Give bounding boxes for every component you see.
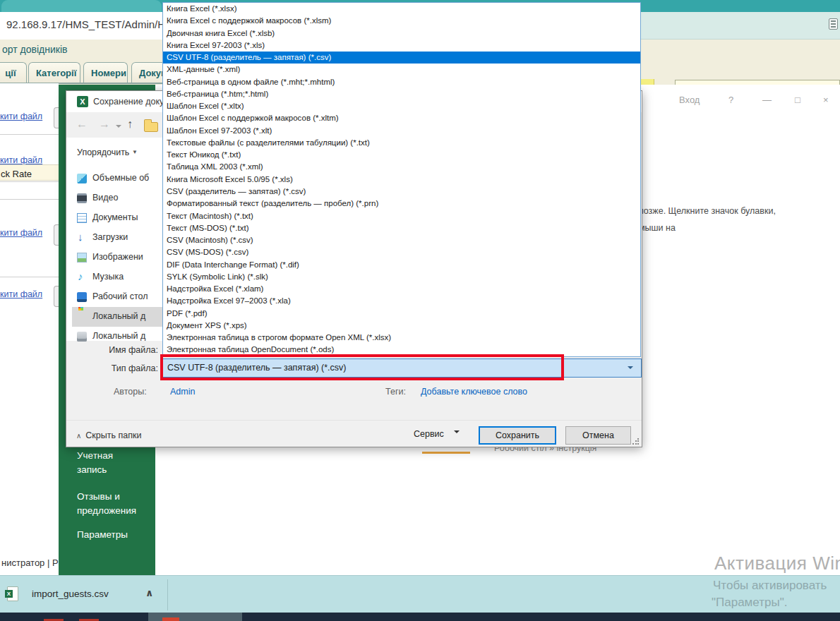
filetype-option[interactable]: DIF (Data Interchange Format) (*.dif): [163, 259, 640, 271]
filetype-option[interactable]: Таблица XML 2003 (*.xml): [163, 161, 640, 173]
filetype-option[interactable]: XML-данные (*.xml): [163, 64, 640, 76]
tools-button[interactable]: Сервис: [414, 429, 460, 439]
filetype-option[interactable]: Текст Юникод (*.txt): [163, 149, 640, 161]
filetype-label: Тип файла:: [93, 363, 158, 373]
filetype-option[interactable]: CSV UTF-8 (разделитель — запятая) (*.csv…: [163, 52, 640, 64]
chevron-down-icon: ▼: [132, 149, 138, 155]
bookmark-icon[interactable]: [829, 18, 838, 30]
chevron-down-icon: [454, 430, 460, 436]
download-bar: import_guests.csv ∧ Чтобы активировать "…: [0, 575, 840, 613]
download-file-link-4[interactable]: кити файл: [0, 289, 42, 299]
authors-label: Авторы:: [114, 387, 147, 397]
maximize-button[interactable]: □: [795, 95, 800, 105]
forward-icon[interactable]: →: [99, 118, 110, 131]
3d-objects-icon: [77, 174, 87, 183]
divider: [0, 181, 59, 182]
tab-documents[interactable]: Докум: [131, 62, 167, 83]
filetype-option[interactable]: Текст (MS-DOS) (*.txt): [163, 222, 640, 234]
browser-tab[interactable]: [1, 0, 162, 12]
sidebar-item-options[interactable]: Параметры: [77, 528, 128, 542]
filetype-option[interactable]: SYLK (Symbolic Link) (*.slk): [163, 271, 640, 283]
filetype-option[interactable]: Текстовые файлы (с разделителями табуляц…: [163, 137, 640, 149]
authors-value[interactable]: Admin: [170, 387, 195, 397]
filetype-option[interactable]: CSV (разделитель — запятая) (*.csv): [163, 186, 640, 198]
filetype-option[interactable]: Надстройка Excel 97–2003 (*.xla): [163, 295, 640, 307]
filetype-option[interactable]: Веб-страница (*.htm;*.html): [163, 88, 640, 100]
up-icon[interactable]: ↑: [127, 118, 133, 131]
filetype-option[interactable]: Книга Excel с поддержкой макросов (*.xls…: [163, 15, 640, 27]
page-left-column: кити файл кити файл ck Rate кити файл ки…: [0, 83, 59, 575]
save-button[interactable]: Сохранить: [479, 426, 556, 445]
dialog-nav-item[interactable]: Музыка: [72, 267, 163, 287]
sidebar-item-account[interactable]: Учетная запись: [77, 449, 113, 477]
filetype-option[interactable]: Текст (Macintosh) (*.txt): [163, 210, 640, 222]
admin-footer-text: нистратор | Р: [1, 557, 59, 568]
filetype-option[interactable]: Форматированный текст (разделитель — про…: [163, 198, 640, 210]
download-file-link-2[interactable]: кити файл: [0, 155, 42, 165]
minimize-button[interactable]: —: [762, 95, 772, 105]
cancel-button[interactable]: Отмена: [565, 426, 631, 445]
filetype-option[interactable]: Веб-страница в одном файле (*.mht;*.mhtm…: [163, 76, 640, 88]
divider: [167, 579, 168, 610]
history-dropdown-icon[interactable]: [116, 125, 121, 131]
dialog-nav-item[interactable]: Рабочий стол: [72, 287, 163, 307]
sign-in-button[interactable]: Вход: [679, 95, 700, 105]
filetype-option[interactable]: Книга Excel (*.xlsx): [163, 3, 640, 15]
url-text: 92.168.9.17/HMS_TEST/Admin/Ho: [6, 18, 171, 30]
dialog-nav-item[interactable]: Загрузки: [72, 228, 163, 248]
button-fragment[interactable]: [54, 107, 59, 128]
filetype-option[interactable]: Шаблон Excel 97-2003 (*.xlt): [163, 125, 640, 137]
dialog-nav-item[interactable]: Изображени: [72, 248, 163, 267]
filetype-option[interactable]: Надстройка Excel (*.xlam): [163, 283, 640, 295]
filetype-option[interactable]: Электронная таблица в строгом формате Op…: [163, 332, 640, 344]
dialog-nav-item[interactable]: Объемные об: [72, 169, 163, 188]
help-button[interactable]: ?: [728, 95, 733, 105]
downloaded-file-name[interactable]: import_guests.csv: [32, 589, 109, 599]
filetype-option[interactable]: PDF (*.pdf): [163, 308, 640, 320]
divider: [0, 199, 59, 200]
back-icon[interactable]: ←: [76, 118, 88, 131]
filetype-option[interactable]: Шаблон Excel с поддержкой макросов (*.xl…: [163, 112, 640, 124]
tab-categories[interactable]: Категорії: [28, 62, 80, 83]
recent-item-underline: [422, 452, 470, 454]
filetype-dropdown-list: Книга Excel (*.xlsx)Книга Excel с поддер…: [162, 2, 641, 357]
annotation-highlight-box: [160, 354, 564, 380]
dialog-nav-item[interactable]: Локальный д: [72, 307, 163, 327]
address-bar[interactable]: 92.168.9.17/HMS_TEST/Admin/Ho: [0, 12, 164, 40]
filetype-option[interactable]: CSV (Macintosh) (*.csv): [163, 234, 640, 246]
download-file-link-3[interactable]: кити файл: [0, 228, 42, 238]
pictures-icon: [77, 253, 87, 263]
filetype-option[interactable]: Шаблон Excel (*.xltx): [163, 100, 640, 112]
folder-icon[interactable]: [144, 122, 158, 132]
combobox-chevron-icon[interactable]: [628, 366, 633, 372]
download-expand-icon[interactable]: ∧: [145, 587, 153, 598]
local-disk-icon: [77, 332, 87, 342]
dialog-nav-item[interactable]: Локальный д: [72, 327, 163, 346]
tab-rooms[interactable]: Номери: [83, 62, 128, 83]
filetype-option[interactable]: CSV (MS-DOS) (*.csv): [163, 246, 640, 258]
hide-folders-button[interactable]: ∧Скрыть папки: [76, 430, 141, 440]
filetype-option[interactable]: Документ XPS (*.xps): [163, 320, 640, 332]
divider: [0, 277, 59, 277]
dialog-nav-item[interactable]: Видео: [72, 188, 163, 208]
resize-grip[interactable]: [632, 438, 639, 445]
button-fragment[interactable]: [54, 224, 59, 246]
tab-operations[interactable]: ції: [0, 62, 27, 83]
activation-watermark-line3: "Параметры".: [712, 596, 787, 610]
tags-value[interactable]: Добавьте ключевое слово: [421, 387, 527, 397]
sidebar-item-feedback[interactable]: Отзывы и предложения: [77, 490, 136, 518]
rate-label: ck Rate: [1, 169, 32, 179]
video-icon: [77, 193, 87, 203]
close-button[interactable]: ×: [823, 95, 829, 105]
dialog-nav-item[interactable]: Документы: [72, 208, 163, 228]
taskbar[interactable]: [0, 613, 840, 621]
filetype-option[interactable]: Книга Microsoft Excel 5.0/95 (*.xls): [163, 174, 640, 186]
filetype-option[interactable]: Книга Excel 97-2003 (*.xls): [163, 40, 640, 52]
button-fragment[interactable]: [54, 286, 59, 307]
organize-button[interactable]: Упорядочить ▼: [77, 147, 138, 157]
filetype-option[interactable]: Двоичная книга Excel (*.xlsb): [163, 28, 640, 40]
download-file-link-1[interactable]: кити файл: [0, 111, 42, 121]
filename-label: Имя файла:: [93, 345, 158, 355]
backstage-text-fragment: позже. Щелкните значок булавки,: [639, 206, 776, 216]
page-title: орт довідників: [2, 44, 67, 55]
